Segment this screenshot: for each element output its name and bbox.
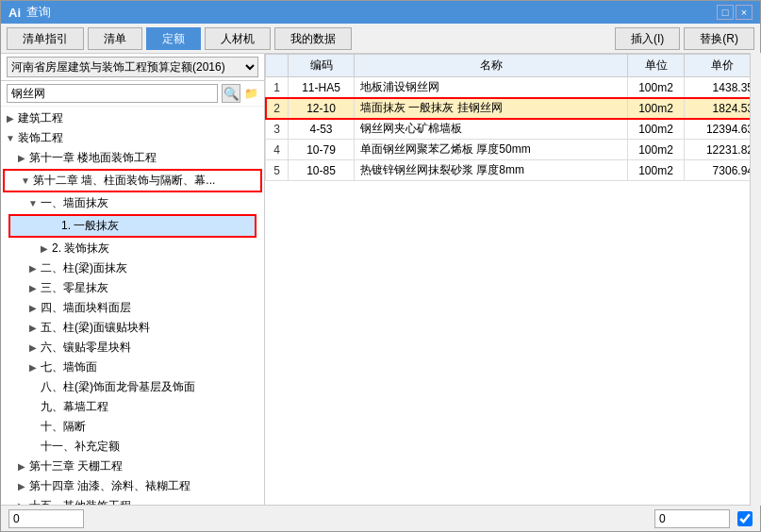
tree-label-longgujiceng: 八、柱(梁)饰面龙骨基层及饰面 bbox=[41, 379, 195, 395]
cell-num-4: 4 bbox=[266, 140, 289, 160]
cell-name-4: 单面钢丝网聚苯乙烯板 厚度50mm bbox=[355, 140, 628, 160]
toggle-qiangshi: ▶ bbox=[27, 362, 39, 373]
toggle-zhumian: ▶ bbox=[27, 263, 39, 274]
cell-price-2: 1824.53 bbox=[685, 98, 760, 119]
toggle-ch14: ▶ bbox=[16, 481, 27, 491]
tree-area[interactable]: ▶ 建筑工程 ▼ 装饰工程 ▶ 第十一章 楼地面装饰工程 ▼ bbox=[1, 107, 264, 505]
tab-rencaiji[interactable]: 人材机 bbox=[205, 27, 271, 50]
title-bar-left: Ai 查询 bbox=[8, 4, 51, 21]
bottom-input-right[interactable] bbox=[654, 509, 730, 528]
title-bar-controls: □ × bbox=[717, 5, 753, 20]
toggle-ch12: ▼ bbox=[20, 175, 31, 186]
table-row[interactable]: 2 12-10 墙面抹灰 一般抹灰 挂钢丝网 100m2 1824.53 bbox=[266, 98, 760, 119]
folder-icon: 📁 bbox=[244, 87, 258, 100]
bottom-checkbox[interactable] bbox=[737, 511, 753, 526]
right-scrollbar[interactable] bbox=[750, 54, 760, 505]
toggle-ch11: ▶ bbox=[16, 153, 27, 163]
tree-item-ch11[interactable]: ▶ 第十一章 楼地面装饰工程 bbox=[1, 148, 264, 168]
tree-item-kuailiao[interactable]: ▶ 四、墙面块料面层 bbox=[1, 298, 264, 318]
search-icon: 🔍 bbox=[223, 87, 240, 101]
tree-item-geduan[interactable]: 十、隔断 bbox=[1, 417, 264, 437]
tree-label-ch11: 第十一章 楼地面装饰工程 bbox=[29, 150, 157, 166]
tree-item-xiangtie2[interactable]: ▶ 六、镶贴零星块料 bbox=[1, 338, 264, 357]
col-name: 名称 bbox=[355, 55, 628, 77]
cell-unit-2: 100m2 bbox=[628, 98, 685, 119]
bottom-input-left[interactable] bbox=[8, 509, 84, 528]
tree-item-yiban[interactable]: 1. 一般抹灰 bbox=[10, 216, 255, 236]
minimize-button[interactable]: □ bbox=[717, 5, 734, 20]
tree-label-yiban: 1. 一般抹灰 bbox=[61, 218, 119, 234]
province-row: 河南省房屋建筑与装饰工程预算定额(2016) bbox=[1, 54, 264, 81]
tree-item-zhumian[interactable]: ▶ 二、柱(梁)面抹灰 bbox=[1, 258, 264, 278]
tree-label-qiangshi: 七、墙饰面 bbox=[41, 359, 97, 375]
tree-item-zhuangshi-mohui[interactable]: ▶ 2. 装饰抹灰 bbox=[1, 239, 264, 258]
close-button[interactable]: × bbox=[736, 5, 753, 20]
tab-wode-shuju[interactable]: 我的数据 bbox=[274, 27, 352, 50]
toggle-qiangmian: ▼ bbox=[27, 198, 39, 208]
tree-item-qiangshi[interactable]: ▶ 七、墙饰面 bbox=[1, 357, 264, 377]
cell-price-3: 12394.63 bbox=[685, 119, 760, 140]
tree-item-zhuangshi[interactable]: ▼ 装饰工程 bbox=[1, 128, 264, 148]
insert-button[interactable]: 插入(I) bbox=[615, 27, 680, 50]
keyword-input[interactable] bbox=[7, 84, 218, 103]
col-price: 单价 bbox=[685, 55, 760, 77]
toggle-jianzhu: ▶ bbox=[5, 113, 16, 124]
col-unit: 单位 bbox=[628, 55, 685, 77]
cell-code-3: 4-53 bbox=[289, 119, 355, 140]
tree-item-qiangmian[interactable]: ▼ 一、墙面抹灰 bbox=[1, 193, 264, 213]
keyword-row: 🔍 📁 bbox=[1, 81, 264, 107]
replace-button[interactable]: 替换(R) bbox=[684, 27, 754, 50]
tree-item-lingxing[interactable]: ▶ 三、零星抹灰 bbox=[1, 278, 264, 298]
tree-label-ch12: 第十二章 墙、柱面装饰与隔断、幕... bbox=[33, 173, 215, 189]
title-bar: Ai 查询 □ × bbox=[1, 1, 760, 24]
main-content: 河南省房屋建筑与装饰工程预算定额(2016) 🔍 📁 ▶ 建筑工程 bbox=[1, 54, 760, 505]
cell-unit-4: 100m2 bbox=[628, 140, 685, 160]
table-row[interactable]: 5 10-85 热镀锌钢丝网抹裂砂浆 厚度8mm 100m2 7306.94 bbox=[266, 160, 760, 181]
cell-code-4: 10-79 bbox=[289, 140, 355, 160]
tree-item-ch12[interactable]: ▼ 第十二章 墙、柱面装饰与隔断、幕... bbox=[5, 171, 260, 191]
tree-item-ch15[interactable]: ▶ 十五、其他装饰工程 bbox=[1, 496, 264, 505]
cell-name-2: 墙面抹灰 一般抹灰 挂钢丝网 bbox=[355, 98, 628, 119]
tree-item-muqiang[interactable]: 九、幕墙工程 bbox=[1, 397, 264, 417]
tree-item-ch14[interactable]: ▶ 第十四章 油漆、涂料、裱糊工程 bbox=[1, 476, 264, 496]
results-table: 编码 名称 单位 单价 1 11-HA5 地板浦设钢丝网 100m2 bbox=[265, 54, 760, 181]
tab-dinge[interactable]: 定额 bbox=[146, 27, 201, 50]
tree-item-buchong[interactable]: 十一、补充定额 bbox=[1, 437, 264, 457]
toggle-kuailiao: ▶ bbox=[27, 303, 39, 313]
left-panel: 河南省房屋建筑与装饰工程预算定额(2016) 🔍 📁 ▶ 建筑工程 bbox=[1, 54, 265, 505]
tree-item-jianzhu[interactable]: ▶ 建筑工程 bbox=[1, 108, 264, 128]
search-button[interactable]: 🔍 bbox=[222, 84, 240, 103]
tree-item-yiban-wrapper: 1. 一般抹灰 bbox=[8, 214, 256, 238]
tree-label-zhumian: 二、柱(梁)面抹灰 bbox=[41, 260, 127, 276]
table-row[interactable]: 4 10-79 单面钢丝网聚苯乙烯板 厚度50mm 100m2 12231.82 bbox=[266, 140, 760, 160]
tree-label-muqiang: 九、幕墙工程 bbox=[41, 399, 108, 415]
toggle-zhuangshi-mohui: ▶ bbox=[39, 243, 50, 254]
cell-code-5: 10-85 bbox=[289, 160, 355, 181]
toggle-zhuangshi: ▼ bbox=[5, 133, 16, 143]
toggle-xiangtie: ▶ bbox=[27, 323, 39, 333]
cell-unit-5: 100m2 bbox=[628, 160, 685, 181]
bottom-bar bbox=[1, 505, 760, 531]
tab-qingdan-zhizhen[interactable]: 清单指引 bbox=[7, 27, 84, 50]
table-row[interactable]: 3 4-53 钢丝网夹心矿棉墙板 100m2 12394.63 bbox=[266, 119, 760, 140]
province-select[interactable]: 河南省房屋建筑与装饰工程预算定额(2016) bbox=[7, 57, 258, 77]
tab-qingdan[interactable]: 清单 bbox=[88, 27, 142, 50]
cell-code-2: 12-10 bbox=[289, 98, 355, 119]
tree-item-longgujiceng[interactable]: 八、柱(梁)饰面龙骨基层及饰面 bbox=[1, 377, 264, 397]
cell-price-4: 12231.82 bbox=[685, 140, 760, 160]
cell-code-1: 11-HA5 bbox=[289, 77, 355, 98]
tree-label-buchong: 十一、补充定额 bbox=[41, 439, 120, 455]
tree-label-ch14: 第十四章 油漆、涂料、裱糊工程 bbox=[29, 478, 190, 494]
right-panel: 编码 名称 单位 单价 1 11-HA5 地板浦设钢丝网 100m2 bbox=[265, 54, 760, 505]
cell-num-5: 5 bbox=[266, 160, 289, 181]
cell-num-3: 3 bbox=[266, 119, 289, 140]
tree-label-jianzhu: 建筑工程 bbox=[18, 110, 63, 126]
tree-item-ch13[interactable]: ▶ 第十三章 天棚工程 bbox=[1, 457, 264, 476]
toggle-xiangtie2: ▶ bbox=[27, 342, 39, 353]
table-row[interactable]: 1 11-HA5 地板浦设钢丝网 100m2 1438.35 bbox=[266, 77, 760, 98]
tree-label-ch15: 十五、其他装饰工程 bbox=[29, 498, 131, 505]
tree-label-kuailiao: 四、墙面块料面层 bbox=[41, 300, 131, 316]
tree-item-xiangtie[interactable]: ▶ 五、柱(梁)面镶贴块料 bbox=[1, 318, 264, 338]
table-area[interactable]: 编码 名称 单位 单价 1 11-HA5 地板浦设钢丝网 100m2 bbox=[265, 54, 760, 505]
cell-name-5: 热镀锌钢丝网抹裂砂浆 厚度8mm bbox=[355, 160, 628, 181]
